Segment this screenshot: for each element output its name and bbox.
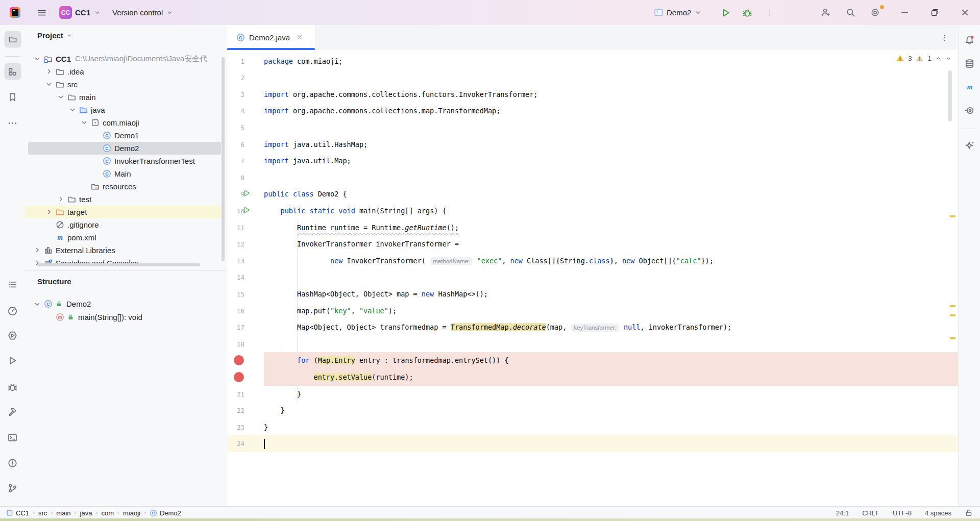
code-editor[interactable]: 1package com.miaoji;23import org.apache.… bbox=[227, 50, 958, 506]
project-horizontal-scrollbar[interactable] bbox=[37, 263, 200, 266]
project-vertical-scrollbar[interactable] bbox=[222, 57, 225, 261]
tree-item-demo2[interactable]: CDemo2 bbox=[25, 142, 227, 155]
run-gutter-icon[interactable] bbox=[243, 189, 251, 197]
stripe-terminal-button[interactable] bbox=[4, 429, 21, 446]
error-stripe-mark[interactable] bbox=[950, 305, 955, 307]
chevron-down-icon[interactable] bbox=[80, 118, 88, 127]
tree-item--idea[interactable]: .idea bbox=[25, 65, 227, 78]
structure-panel-title[interactable]: Structure bbox=[37, 277, 71, 286]
code-line-10[interactable]: 10 public static void main(String[] args… bbox=[227, 203, 958, 219]
code-line-23[interactable]: 23} bbox=[227, 419, 958, 436]
stripe-maven-button[interactable]: m bbox=[961, 79, 978, 95]
stripe-bookmarks-button[interactable] bbox=[4, 89, 21, 106]
tab-close-icon[interactable] bbox=[296, 34, 303, 41]
stripe-build-button[interactable] bbox=[4, 404, 21, 420]
project-panel-title[interactable]: Project bbox=[37, 31, 72, 40]
chevron-down-icon[interactable] bbox=[68, 106, 77, 114]
code-line-22[interactable]: 22 } bbox=[227, 402, 958, 419]
prev-problem-icon[interactable] bbox=[935, 55, 942, 62]
tree-item-pom-xml[interactable]: mpom.xml bbox=[25, 231, 227, 244]
main-menu-button[interactable] bbox=[32, 4, 52, 21]
code-line-4[interactable]: 4import org.apache.commons.collections.m… bbox=[227, 103, 958, 119]
code-line-8[interactable]: 8 bbox=[227, 169, 958, 186]
code-line-1[interactable]: 1package com.miaoji; bbox=[227, 53, 958, 70]
file-encoding[interactable]: UTF-8 bbox=[893, 509, 912, 517]
breadcrumb-item-cc1[interactable]: CC1 bbox=[6, 509, 29, 517]
tree-item-com-miaoji[interactable]: com.miaoji bbox=[25, 116, 227, 129]
breadcrumb-item-miaoji[interactable]: miaoji bbox=[123, 509, 140, 517]
tree-item-test[interactable]: test bbox=[25, 193, 227, 206]
code-line-12[interactable]: 12 InvokerTransformer invokerTransformer… bbox=[227, 236, 958, 253]
stripe-project-button[interactable] bbox=[4, 31, 21, 48]
chevron-down-icon[interactable] bbox=[57, 93, 65, 101]
code-line-2[interactable]: 2 bbox=[227, 69, 958, 86]
breadcrumb-item-demo2[interactable]: CDemo2 bbox=[150, 509, 181, 517]
breakpoint-icon[interactable] bbox=[234, 372, 244, 382]
tree-item-main[interactable]: main bbox=[25, 91, 227, 104]
tree-item-cc1[interactable]: CC1C:\Users\miaoj\Documents\Java安全代 bbox=[25, 53, 227, 65]
chevron-right-icon[interactable] bbox=[57, 195, 65, 203]
code-line-21[interactable]: 21 } bbox=[227, 386, 958, 403]
chevron-down-icon[interactable] bbox=[45, 80, 53, 88]
stripe-problems-button[interactable] bbox=[4, 455, 21, 472]
code-line-11[interactable]: 11 Runtime runtime = Runtime.getRuntime(… bbox=[227, 219, 958, 236]
run-gutter-icon[interactable] bbox=[243, 206, 251, 214]
breadcrumb-item-src[interactable]: src bbox=[38, 509, 47, 517]
restore-button[interactable] bbox=[924, 4, 945, 21]
breadcrumb-item-java[interactable]: java bbox=[80, 509, 92, 517]
tree-item-target[interactable]: target bbox=[25, 206, 227, 218]
code-line-24[interactable]: 24 bbox=[227, 435, 958, 452]
unlocked-icon[interactable] bbox=[965, 509, 973, 517]
code-line-16[interactable]: 16 map.put("key", "value"); bbox=[227, 303, 958, 319]
minimize-button[interactable] bbox=[894, 4, 915, 21]
run-config-widget[interactable]: Demo2 bbox=[654, 8, 702, 17]
tree-item-java[interactable]: java bbox=[25, 104, 227, 116]
indent-setting[interactable]: 4 spaces bbox=[925, 509, 951, 517]
stripe-notifications-button[interactable] bbox=[961, 32, 978, 48]
error-stripe-mark[interactable] bbox=[950, 215, 955, 217]
code-line-17[interactable]: 17 Map<Object, Object> transformedmap = … bbox=[227, 319, 958, 336]
code-line-7[interactable]: 7import java.util.Map; bbox=[227, 153, 958, 169]
code-line-9[interactable]: 9public class Demo2 { bbox=[227, 186, 958, 203]
stripe-structure-list-button[interactable] bbox=[4, 276, 21, 293]
stripe-gradle-button[interactable] bbox=[961, 102, 978, 119]
close-button[interactable] bbox=[954, 4, 975, 21]
chevron-right-icon[interactable] bbox=[45, 208, 53, 216]
stripe-database-button[interactable] bbox=[961, 55, 978, 72]
project-widget[interactable]: CC CC1 bbox=[59, 6, 101, 19]
code-line-13[interactable]: 13 new InvokerTransformer( methodName: "… bbox=[227, 253, 958, 269]
code-line-3[interactable]: 3import org.apache.commons.collections.f… bbox=[227, 86, 958, 103]
tree-item-src[interactable]: src bbox=[25, 78, 227, 91]
error-stripe-mark[interactable] bbox=[950, 337, 955, 339]
breakpoint-icon[interactable] bbox=[234, 355, 244, 365]
stripe-debug-button[interactable] bbox=[4, 379, 21, 395]
breadcrumb-item-com[interactable]: com bbox=[101, 509, 114, 517]
stripe-services-button[interactable] bbox=[4, 327, 21, 344]
code-line-19[interactable]: for (Map.Entry entry : transformedmap.en… bbox=[227, 352, 958, 369]
stripe-ai-assistant-button[interactable] bbox=[961, 137, 978, 154]
structure-item-1[interactable]: mmain(String[]): void bbox=[25, 311, 227, 324]
line-ending[interactable]: CRLF bbox=[862, 509, 879, 517]
chevron-right-icon[interactable] bbox=[45, 67, 53, 76]
stripe-more-button[interactable] bbox=[4, 115, 21, 132]
debug-button[interactable] bbox=[737, 4, 757, 21]
more-run-options-button[interactable] bbox=[759, 4, 779, 21]
breadcrumb-item-main[interactable]: main bbox=[56, 509, 70, 517]
tree-item-resources[interactable]: resources bbox=[25, 180, 227, 193]
tab-options-button[interactable] bbox=[935, 29, 955, 46]
code-line-5[interactable]: 5 bbox=[227, 119, 958, 136]
tree-item-demo1[interactable]: CDemo1 bbox=[25, 129, 227, 142]
vcs-widget[interactable]: Version control bbox=[112, 8, 174, 17]
code-line-15[interactable]: 15 HashMap<Object, Object> map = new Has… bbox=[227, 286, 958, 303]
stripe-structure-squares-button[interactable] bbox=[4, 63, 21, 80]
run-button[interactable] bbox=[716, 4, 736, 21]
stripe-version-control-button[interactable] bbox=[4, 480, 21, 497]
code-line-18[interactable]: 18 bbox=[227, 336, 958, 353]
caret-position[interactable]: 24:1 bbox=[836, 509, 849, 517]
code-line-20[interactable]: entry.setValue(runtime); bbox=[227, 369, 958, 386]
tree-item-invokertransformertest[interactable]: CInvokerTransformerTest bbox=[25, 155, 227, 167]
editor-scrollbar[interactable] bbox=[948, 70, 952, 121]
error-stripe-mark[interactable] bbox=[950, 314, 955, 316]
tab-demo2-java[interactable]: C Demo2.java bbox=[227, 25, 315, 49]
chevron-down-icon[interactable] bbox=[33, 55, 41, 63]
